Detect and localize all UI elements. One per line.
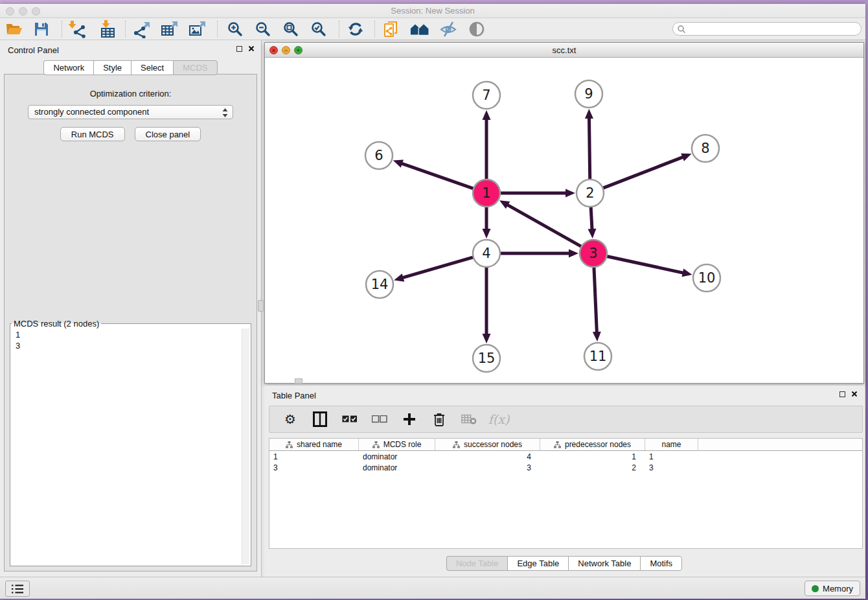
edge-arrowhead-icon	[393, 159, 404, 167]
close-table-panel-icon[interactable]	[851, 391, 858, 397]
graph-edge-2-3[interactable]	[591, 207, 592, 231]
refresh-layout-icon[interactable]	[346, 19, 365, 39]
column-header-mcds-role[interactable]: MCDS role	[359, 439, 435, 450]
graph-edge-2-8[interactable]	[603, 157, 685, 189]
cell-shared-name[interactable]: 3	[269, 463, 359, 472]
graph-node-label: 9	[584, 86, 593, 102]
tree-icon	[372, 441, 380, 448]
select-all-icon[interactable]	[342, 411, 358, 428]
network-window-titlebar: × − + scc.txt	[265, 43, 863, 58]
zoom-in-icon[interactable]	[225, 19, 245, 39]
panel-splitter-grip[interactable]	[258, 300, 264, 312]
memory-button[interactable]: Memory	[805, 581, 860, 596]
result-scrollbar[interactable]	[242, 329, 249, 564]
toolbar-divider	[125, 21, 126, 38]
table-row[interactable]: 1 dominator 4 1 1	[269, 451, 862, 462]
mcds-tab-content: Optimization criterion: strongly connect…	[4, 74, 257, 571]
show-graphics-details-icon[interactable]	[467, 19, 486, 39]
mcds-result-list[interactable]: 1 3	[12, 329, 240, 564]
table-panel-title: Table Panel	[272, 391, 316, 400]
tab-network[interactable]: Network	[43, 60, 93, 75]
cell-predecessor-nodes[interactable]: 1	[540, 452, 645, 461]
tree-icon	[286, 441, 293, 448]
tree-icon	[453, 441, 460, 448]
node-table: shared name MCDS role successor nodes pr…	[269, 438, 863, 549]
save-session-icon[interactable]	[32, 19, 51, 39]
close-panel-button[interactable]: Close panel	[135, 127, 201, 141]
function-builder-icon[interactable]: f(x)	[491, 411, 507, 428]
table-panel-header: Table Panel	[264, 386, 864, 405]
column-header-name[interactable]: name	[645, 439, 698, 450]
toolbar-divider	[374, 21, 375, 38]
graph-node-label: 6	[374, 148, 383, 163]
cell-mcds-role[interactable]: dominator	[359, 463, 435, 472]
graph-edge-3-1[interactable]	[506, 204, 581, 247]
add-row-icon[interactable]	[402, 411, 417, 428]
import-network-icon[interactable]	[67, 19, 87, 39]
float-panel-icon[interactable]	[236, 46, 242, 52]
control-panel-title: Control Panel	[8, 45, 59, 55]
graph-edge-4-14[interactable]	[402, 257, 474, 278]
toolbar-divider	[62, 21, 62, 38]
cell-name[interactable]: 3	[645, 463, 698, 472]
cell-predecessor-nodes[interactable]: 2	[540, 463, 645, 472]
delete-row-icon[interactable]	[431, 411, 447, 428]
edge-arrowhead-icon	[588, 229, 596, 238]
export-network-icon[interactable]	[132, 19, 152, 39]
delete-table-icon[interactable]	[461, 411, 477, 428]
graph-edge-1-6[interactable]	[400, 163, 474, 189]
network-window: × − + scc.txt 1234678910111415	[264, 42, 864, 384]
menu-button[interactable]	[5, 581, 30, 597]
network-overview-icon[interactable]	[410, 19, 429, 39]
list-menu-icon	[11, 584, 24, 594]
column-visibility-icon[interactable]	[312, 411, 328, 428]
cell-name[interactable]: 1	[645, 452, 698, 461]
main-toolbar	[0, 18, 865, 40]
zoom-fit-icon[interactable]	[281, 19, 301, 39]
tab-style[interactable]: Style	[93, 60, 131, 75]
tab-network-table[interactable]: Network Table	[568, 556, 640, 571]
export-table-icon[interactable]	[160, 19, 179, 39]
cell-mcds-role[interactable]: dominator	[359, 452, 435, 461]
tab-edge-table[interactable]: Edge Table	[507, 556, 568, 571]
tab-motifs[interactable]: Motifs	[640, 556, 682, 571]
tab-node-table[interactable]: Node Table	[446, 556, 508, 571]
toolbar-divider	[217, 21, 218, 38]
search-input[interactable]	[686, 24, 861, 34]
hide-graphics-details-icon[interactable]	[439, 19, 458, 39]
edge-arrowhead-icon	[681, 154, 691, 161]
network-splitter-grip[interactable]	[295, 378, 303, 384]
close-panel-icon[interactable]	[248, 45, 255, 52]
graph-edge-3-11[interactable]	[594, 267, 597, 334]
edge-arrowhead-icon	[585, 109, 593, 119]
table-row[interactable]: 3 dominator 3 2 3	[269, 462, 862, 473]
main-area: Control Panel Network Style Select MCDS …	[0, 40, 865, 577]
open-session-icon[interactable]	[5, 19, 24, 39]
app-window: Session: New Session	[0, 4, 865, 599]
column-header-predecessor-nodes[interactable]: predecessor nodes	[540, 439, 645, 450]
tab-mcds[interactable]: MCDS	[173, 60, 217, 75]
cell-successor-nodes[interactable]: 4	[435, 452, 540, 461]
tab-select[interactable]: Select	[131, 60, 173, 75]
criterion-select[interactable]: strongly connected component	[28, 105, 233, 119]
zoom-selected-icon[interactable]	[309, 19, 328, 39]
float-table-panel-icon[interactable]	[839, 391, 845, 397]
zoom-out-icon[interactable]	[253, 19, 273, 39]
network-canvas[interactable]: 1234678910111415	[265, 58, 863, 383]
control-panel: Control Panel Network Style Select MCDS …	[0, 40, 261, 577]
graph-edge-3-10[interactable]	[607, 256, 685, 273]
search-box[interactable]	[672, 22, 862, 36]
column-header-successor-nodes[interactable]: successor nodes	[435, 439, 540, 450]
run-mcds-button[interactable]: Run MCDS	[60, 127, 125, 141]
column-header-shared-name[interactable]: shared name	[269, 439, 359, 450]
table-header-row: shared name MCDS role successor nodes pr…	[269, 439, 862, 451]
deselect-all-icon[interactable]	[372, 411, 387, 428]
import-table-icon[interactable]	[98, 19, 117, 39]
export-image-icon[interactable]	[188, 19, 207, 39]
clone-network-icon[interactable]	[382, 19, 401, 39]
settings-gear-icon[interactable]: ⚙	[282, 411, 298, 428]
network-graph[interactable]: 1234678910111415	[265, 58, 863, 383]
graph-edge-2-9[interactable]	[589, 117, 589, 179]
cell-successor-nodes[interactable]: 3	[435, 463, 540, 472]
cell-shared-name[interactable]: 1	[269, 452, 359, 461]
